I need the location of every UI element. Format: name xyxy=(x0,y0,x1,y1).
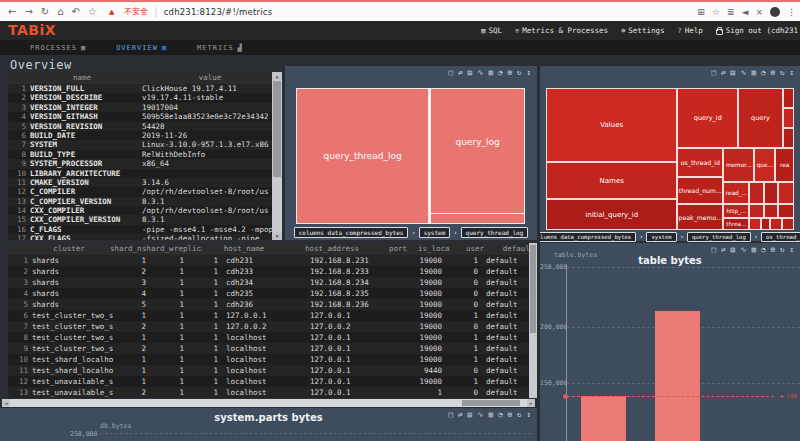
table-row[interactable]: 11 CMAKE_VERSION 3.14.6 xyxy=(8,178,282,187)
scrollbar-thumb[interactable] xyxy=(530,245,536,333)
table-row[interactable]: 4 shards 4 1 1 cdh235 192.168.8.235 1900… xyxy=(8,288,537,299)
mute-icon[interactable]: × xyxy=(755,7,763,17)
breadcrumb-chip[interactable]: query_thread_log xyxy=(461,227,529,238)
table-row[interactable]: 13 test_unavailable_s 2 1 1 localhost 12… xyxy=(8,387,537,398)
table-row[interactable]: 10 LIBRARY_ARCHITECTURE xyxy=(8,169,282,178)
breadcrumb-chip[interactable]: system xyxy=(419,227,451,238)
breadcrumb-chip[interactable]: system xyxy=(646,232,676,242)
table-row[interactable]: 8 test_cluster_two_s 1 1 1 localhost 127… xyxy=(8,332,537,343)
kebab-menu-icon[interactable]: ⋮ xyxy=(787,7,796,17)
treemap-cell-query[interactable]: query xyxy=(738,88,783,148)
table-row[interactable]: 10 test_shard_localho 1 1 1 localhost 12… xyxy=(8,354,537,365)
tab-metrics[interactable]: METRICS ▟ xyxy=(197,44,243,52)
table-row[interactable]: 6 BUILD_DATE 2019-11-26 xyxy=(8,131,282,140)
chart-legend[interactable]: db.bytes xyxy=(100,422,131,430)
table-row[interactable]: 9 SYSTEM_PROCESSOR x86_64 xyxy=(8,159,282,168)
table-row[interactable]: 1 VERSION_FULL ClickHouse 19.17.4.11 xyxy=(8,84,282,93)
security-warning-label[interactable]: 不安全 xyxy=(124,6,148,17)
table-row[interactable]: 7 test_cluster_two_s 2 1 1 127.0.0.2 127… xyxy=(8,321,537,332)
treemap-cell-values[interactable]: Values xyxy=(546,88,677,162)
expand-icon[interactable]: □ xyxy=(712,69,717,77)
treemap-cell-thread-name[interactable]: threa... xyxy=(723,218,749,230)
grid-icon[interactable]: ⊞ xyxy=(770,69,775,77)
pie-chart-icon[interactable]: ◔ xyxy=(498,69,503,77)
treemap-cell-que[interactable]: que... xyxy=(754,148,775,182)
tabix-logo[interactable]: TABiX xyxy=(8,22,56,38)
treemap-cell-initial-query-id[interactable]: initial_query_id xyxy=(546,199,677,230)
curve-icon[interactable]: ∿ xyxy=(740,246,746,254)
table-row[interactable]: 5 VERSION_REVISION 54428 xyxy=(8,122,282,131)
treemap-cell[interactable] xyxy=(778,204,794,217)
treemap-cell[interactable] xyxy=(778,182,794,204)
treemap-cell-rea[interactable]: rea xyxy=(775,148,794,182)
treemap-cell-names[interactable]: Names xyxy=(546,162,677,200)
table-row[interactable]: 3 VERSION_INTEGER 19017004 xyxy=(8,103,282,112)
table-row[interactable]: 11 test_shard_localho 1 1 1 localhost 12… xyxy=(8,365,537,376)
menu-item-settings[interactable]: ☸ Settings xyxy=(621,26,664,35)
bar-chart-icon[interactable]: ▥ xyxy=(751,246,756,254)
vertical-scrollbar[interactable]: ▲ ▼ xyxy=(272,72,282,240)
breadcrumb-chip[interactable]: columns data_compressed_bytes xyxy=(540,232,636,242)
table-row[interactable]: 12 C_COMPILER /opt/rh/devtoolset-8/root/… xyxy=(8,187,282,196)
tab-processes[interactable]: PROCESSES ▦ xyxy=(30,44,86,52)
table-row[interactable]: 5 shards 5 1 1 cdh236 192.168.8.236 1900… xyxy=(8,299,537,310)
table-row[interactable]: 6 test_cluster_two_s 1 1 1 127.0.0.1 127… xyxy=(8,310,537,321)
breadcrumb-chip[interactable]: os_thread_id xyxy=(761,232,800,242)
scroll-down-icon[interactable]: ▼ xyxy=(272,232,282,240)
treemap-cell[interactable] xyxy=(764,182,778,204)
scroll-right-icon[interactable]: ► xyxy=(527,399,535,407)
data-table-icon[interactable]: ▤ xyxy=(731,246,736,254)
treemap-cell-peak-memory[interactable]: peak_memo... xyxy=(677,204,723,230)
pie-chart-icon[interactable]: ◔ xyxy=(761,246,766,254)
undo-icon[interactable]: ↶ xyxy=(72,2,80,21)
table-row[interactable]: 15 CXX_COMPILER_VERSION 8.3.1 xyxy=(8,215,282,224)
treemap-cell-read[interactable]: read_... xyxy=(723,182,749,204)
swap-icon[interactable]: ⇄ xyxy=(721,69,726,77)
table-row[interactable]: 4 VERSION_GITHASH 509b58e1aa83523e0e3c72… xyxy=(8,112,282,121)
grid-icon[interactable]: ⊞ xyxy=(770,246,775,254)
reload-icon[interactable]: ↻ xyxy=(41,2,49,21)
treemap-cell-thread-number[interactable]: thread_num... xyxy=(677,177,723,205)
star-icon[interactable]: ☆ xyxy=(712,7,720,17)
treemap-cell[interactable] xyxy=(782,218,794,230)
table-row[interactable]: 3 shards 3 1 1 cdh234 192.168.8.234 1900… xyxy=(8,277,537,288)
data-table-icon[interactable]: ▤ xyxy=(731,69,736,77)
treemap-cell-memory-usage[interactable]: memor... xyxy=(723,148,754,182)
threshold-line[interactable] xyxy=(567,396,774,397)
bar-chart-icon[interactable]: ▥ xyxy=(488,69,493,77)
vertical-scrollbar[interactable] xyxy=(529,243,537,398)
treemap-cell[interactable] xyxy=(783,88,794,108)
swap-icon[interactable]: ⇄ xyxy=(721,246,726,254)
treemap-cell[interactable] xyxy=(749,218,760,230)
data-table-icon[interactable]: ▤ xyxy=(468,69,473,77)
security-warning-icon[interactable]: ▲ xyxy=(109,8,114,16)
chart-legend[interactable]: table.bytes xyxy=(554,251,597,259)
pie-chart-icon[interactable]: ◔ xyxy=(761,69,766,77)
curve-icon[interactable]: ∿ xyxy=(477,69,483,77)
menu-item-help[interactable]: ? Help xyxy=(677,26,702,35)
breadcrumb-chip[interactable]: columns data_compressed_bytes xyxy=(294,227,409,238)
download-icon[interactable]: ↧ xyxy=(789,246,794,254)
table-row[interactable]: 9 test_cluster_two_s 2 1 1 localhost 127… xyxy=(8,343,537,354)
menu-item-metrics-processes[interactable]: ≡ Metrics & Processes xyxy=(515,26,608,35)
curve-icon[interactable]: ∿ xyxy=(740,69,746,77)
treemap-cell[interactable] xyxy=(783,108,794,128)
reading-list-icon[interactable]: ≣ xyxy=(727,7,735,17)
expand-icon[interactable]: □ xyxy=(712,246,717,254)
bar-series-1[interactable] xyxy=(581,396,626,441)
table-row[interactable]: 2 shards 2 1 1 cdh233 192.168.8.233 1900… xyxy=(8,266,537,277)
refresh-icon[interactable]: ↻ xyxy=(780,69,785,77)
download-icon[interactable]: ↧ xyxy=(526,69,531,77)
bookmark-icon[interactable]: ☆ xyxy=(88,2,97,21)
swap-icon[interactable]: ⇄ xyxy=(458,69,463,77)
bar-series-2[interactable] xyxy=(655,311,700,441)
treemap-cell[interactable] xyxy=(764,204,778,217)
scrollbar-thumb[interactable] xyxy=(462,400,520,406)
treemap-cell-query-id[interactable]: query_id xyxy=(677,88,738,148)
refresh-icon[interactable]: ↻ xyxy=(517,69,522,77)
scroll-left-icon[interactable]: ◄ xyxy=(2,399,10,407)
menu-item-sign-out[interactable]: Sign out (cdh231 xyxy=(716,26,798,35)
bar-chart-icon[interactable]: ▥ xyxy=(751,69,756,77)
treemap-cell[interactable] xyxy=(761,218,771,230)
table-row[interactable]: 1 shards 1 1 1 cdh231 192.168.8.231 1900… xyxy=(8,255,537,266)
